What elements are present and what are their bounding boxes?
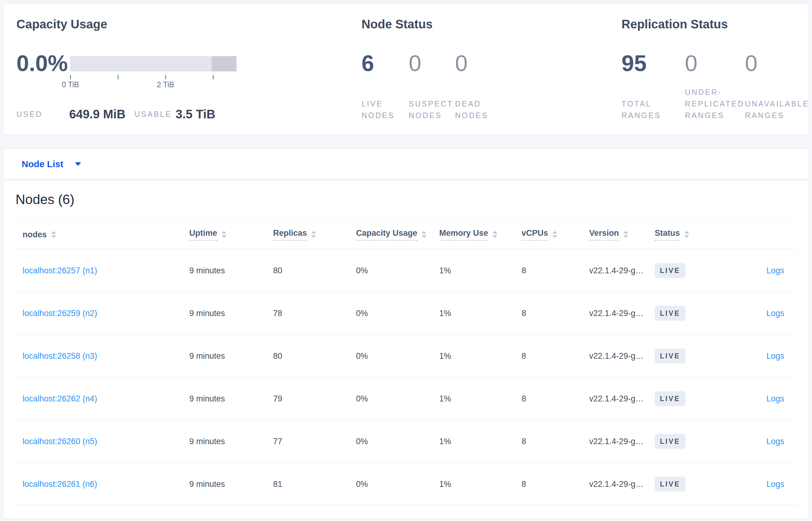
column-header-capacity-usage[interactable]: Capacity Usage (356, 228, 426, 241)
node-link[interactable]: localhost:26261 (n6) (23, 479, 97, 489)
table-row: localhost:26260 (n5) 9 minutes 77 0% 1% … (16, 420, 796, 463)
suspect-nodes-label: SUSPECT NODES (409, 98, 454, 121)
node-link[interactable]: localhost:26258 (n3) (23, 351, 97, 361)
column-header-vcpus[interactable]: vCPUs (522, 228, 557, 241)
version-cell: v22.1.4-29-g… (589, 436, 644, 446)
vcpus-cell: 8 (522, 394, 526, 403)
logs-link[interactable]: Logs (766, 309, 784, 318)
gauge-tick-label-0: 0 TiB (52, 80, 89, 89)
table-header-row: nodes Uptime Replicas Capacity Usage Mem… (16, 220, 796, 249)
capacity-gauge-reserved-segment (212, 56, 237, 71)
logs-link[interactable]: Logs (766, 479, 784, 489)
logs-link[interactable]: Logs (766, 394, 784, 403)
capacity-usage-cell: 0% (356, 266, 368, 275)
under-replicated-ranges-label: UNDER- REPLICATED RANGES (685, 86, 744, 121)
vcpus-cell: 8 (522, 479, 526, 489)
capacity-usage-cell: 0% (356, 309, 368, 318)
status-badge: LIVE (655, 434, 686, 449)
column-header-replicas[interactable]: Replicas (273, 228, 316, 241)
sort-icon[interactable] (684, 231, 689, 238)
live-nodes-stat: 6 LIVE NODES (361, 4, 407, 135)
column-header-uptime[interactable]: Uptime (189, 228, 226, 241)
usable-value: 3.5 TiB (175, 107, 215, 121)
sort-icon[interactable] (222, 231, 226, 238)
sort-icon[interactable] (51, 231, 56, 238)
capacity-percent: 0.0% (17, 50, 68, 76)
nodes-table: nodes Uptime Replicas Capacity Usage Mem… (16, 220, 796, 505)
memory-use-cell: 1% (439, 394, 451, 403)
table-row: localhost:26258 (n3) 9 minutes 80 0% 1% … (16, 335, 796, 377)
view-selector-bar: Node List (3, 149, 809, 179)
capacity-usage-cell: 0% (356, 351, 368, 361)
unavailable-ranges-value: 0 (745, 50, 758, 76)
dead-nodes-stat: 0 DEAD NODES (455, 4, 501, 135)
memory-use-cell: 1% (439, 266, 451, 275)
node-link[interactable]: localhost:26257 (n1) (23, 266, 97, 275)
vcpus-cell: 8 (522, 266, 526, 275)
replicas-cell: 80 (273, 266, 282, 275)
status-badge: LIVE (655, 305, 686, 321)
unavailable-ranges-stat: 0 UNAVAILABLE RANGES (745, 4, 810, 135)
column-header-version[interactable]: Version (589, 228, 628, 241)
capacity-gauge-bar (70, 56, 237, 71)
sort-icon[interactable] (493, 231, 497, 238)
usable-label: USABLE (135, 110, 172, 119)
memory-use-cell: 1% (439, 436, 451, 446)
version-cell: v22.1.4-29-g… (589, 394, 644, 403)
uptime-cell: 9 minutes (189, 351, 225, 361)
logs-link[interactable]: Logs (766, 266, 784, 275)
logs-link[interactable]: Logs (766, 436, 784, 446)
uptime-cell: 9 minutes (189, 479, 225, 489)
replicas-cell: 81 (273, 479, 282, 489)
gauge-tick-1 (118, 75, 119, 79)
view-selector-label: Node List (22, 159, 64, 169)
replicas-cell: 80 (273, 351, 282, 361)
status-cell: LIVE (655, 391, 686, 406)
uptime-cell: 9 minutes (189, 266, 225, 275)
uptime-cell: 9 minutes (189, 394, 225, 403)
column-header-status[interactable]: Status (655, 228, 689, 241)
under-replicated-ranges-value: 0 (685, 50, 697, 76)
table-row: localhost:26262 (n4) 9 minutes 79 0% 1% … (16, 377, 796, 420)
column-header-nodes[interactable]: nodes (23, 230, 56, 239)
version-cell: v22.1.4-29-g… (589, 309, 644, 318)
used-value: 649.9 MiB (69, 107, 125, 121)
caret-down-icon (75, 162, 81, 166)
total-ranges-value: 95 (621, 50, 646, 76)
status-cell: LIVE (655, 476, 686, 492)
table-row: localhost:26261 (n6) 9 minutes 81 0% 1% … (16, 463, 796, 505)
status-badge: LIVE (655, 476, 686, 492)
column-header-memory-use[interactable]: Memory Use (439, 228, 497, 241)
replicas-cell: 78 (273, 309, 282, 318)
live-nodes-label: LIVE NODES (361, 98, 407, 121)
suspect-nodes-value: 0 (409, 50, 421, 76)
cluster-overview-page: Capacity Usage 0.0% 0 TiB 2 TiB USED 649… (0, 0, 812, 521)
status-cell: LIVE (655, 434, 686, 449)
suspect-nodes-stat: 0 SUSPECT NODES (409, 4, 454, 135)
status-cell: LIVE (655, 348, 686, 363)
node-link[interactable]: localhost:26262 (n4) (23, 394, 97, 403)
replicas-cell: 79 (273, 394, 282, 403)
uptime-cell: 9 minutes (189, 309, 225, 318)
logs-link[interactable]: Logs (766, 351, 784, 361)
sort-icon[interactable] (552, 231, 557, 238)
memory-use-cell: 1% (439, 309, 451, 318)
capacity-usage-title: Capacity Usage (17, 17, 107, 31)
sort-icon[interactable] (623, 231, 628, 238)
view-selector-dropdown[interactable]: Node List (22, 149, 81, 179)
gauge-tick-label-2: 2 TiB (147, 80, 184, 89)
total-ranges-label: TOTAL RANGES (621, 98, 673, 121)
total-ranges-stat: 95 TOTAL RANGES (621, 4, 676, 135)
replicas-cell: 77 (273, 436, 282, 446)
memory-use-cell: 1% (439, 351, 451, 361)
capacity-usage-cell: 0% (356, 436, 368, 446)
sort-icon[interactable] (311, 231, 316, 238)
nodes-panel: Nodes (6) nodes Uptime Replicas Capacity… (3, 180, 809, 519)
live-nodes-value: 6 (361, 50, 374, 76)
node-link[interactable]: localhost:26260 (n5) (23, 436, 97, 446)
table-row: localhost:26257 (n1) 9 minutes 80 0% 1% … (16, 249, 796, 292)
version-cell: v22.1.4-29-g… (589, 479, 644, 489)
node-link[interactable]: localhost:26259 (n2) (23, 309, 97, 318)
status-badge: LIVE (655, 348, 686, 363)
sort-icon[interactable] (422, 231, 426, 238)
